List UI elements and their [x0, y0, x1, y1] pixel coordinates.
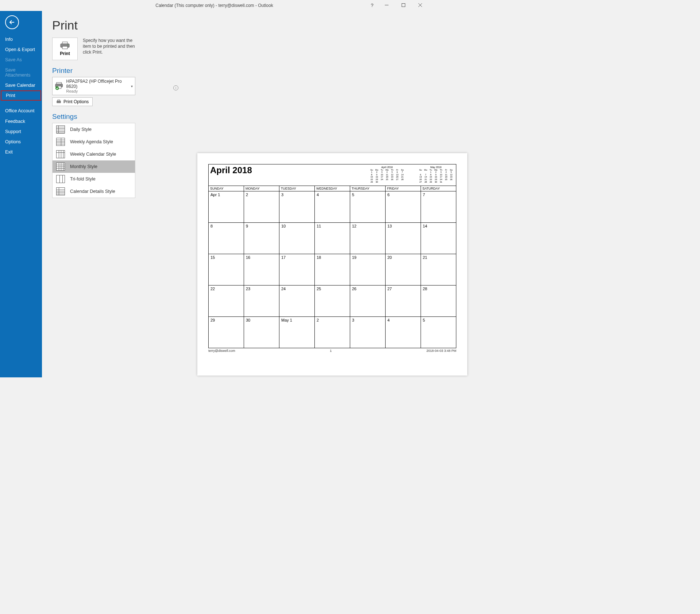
sidebar-item-info[interactable]: Info [0, 34, 42, 44]
svg-point-8 [67, 44, 68, 45]
svg-rect-14 [58, 100, 60, 101]
calendar-cell: 8 [209, 223, 244, 254]
calendar-cell: 6 [386, 191, 421, 223]
calendar-cell: Apr 1 [209, 191, 244, 223]
preview-footer-email: terry@diswell.com [208, 349, 235, 353]
maximize-button[interactable] [395, 0, 412, 10]
print-preview: April 2018 April 2018SuMoTuWeThFrSa12345… [197, 153, 467, 376]
minimize-button[interactable] [378, 0, 395, 10]
calendar-cell: 4 [386, 317, 421, 348]
print-button-label: Print [60, 51, 70, 56]
page-title: Print [52, 18, 420, 32]
calendar-cell: 3 [279, 191, 315, 223]
sidebar-item-options[interactable]: Options [0, 137, 42, 147]
print-button[interactable]: Print [52, 38, 78, 60]
calendar-cell: 29 [209, 317, 244, 348]
printer-info-icon[interactable]: i [173, 85, 178, 90]
calendar-cell: 26 [350, 285, 386, 317]
print-style-weekly-calendar-style[interactable]: Weekly Calendar Style [53, 148, 135, 160]
print-style-weekly-agenda-style[interactable]: Weekly Agenda Style [53, 136, 135, 148]
calendar-cell: 16 [244, 254, 279, 285]
print-style-calendar-details-style[interactable]: Calendar Details Style [53, 185, 135, 198]
printer-icon [60, 42, 70, 50]
calendar-cell: 22 [209, 285, 244, 317]
calendar-cell: 27 [386, 285, 421, 317]
calendar-cell: 2 [244, 191, 279, 223]
calendar-cell: 11 [315, 223, 350, 254]
preview-month-title: April 2018 [210, 165, 252, 175]
calendar-cell: 14 [421, 223, 456, 254]
sidebar-item-save-calendar[interactable]: Save Calendar [0, 80, 42, 90]
calendar-cell: 12 [350, 223, 386, 254]
calendar-cell: 9 [244, 223, 279, 254]
calendar-cell: 10 [279, 223, 315, 254]
svg-point-12 [55, 86, 59, 90]
calendar-cell: 19 [350, 254, 386, 285]
calendar-cell: 20 [386, 254, 421, 285]
settings-heading: Settings [52, 113, 420, 121]
svg-rect-7 [62, 46, 67, 49]
calendar-cell: 2 [315, 317, 350, 348]
content-area: Print Print Specify how you want the ite… [42, 11, 429, 377]
preview-calendar-grid: Apr 123456789101112131415161718192021222… [208, 191, 456, 348]
calendar-cell: 23 [244, 285, 279, 317]
sidebar-item-save-attachments: Save Attachments [0, 65, 42, 80]
calendar-cell: 3 [350, 317, 386, 348]
calendar-cell: 18 [315, 254, 350, 285]
printer-name: HPA2F9A2 (HP Officejet Pro 8620) [66, 79, 133, 89]
print-style-daily-style[interactable]: Daily Style [53, 123, 135, 136]
calendar-cell: 15 [209, 254, 244, 285]
calendar-cell: 4 [315, 191, 350, 223]
sidebar-item-feedback[interactable]: Feedback [0, 116, 42, 127]
calendar-cell: 21 [421, 254, 456, 285]
calendar-cell: 24 [279, 285, 315, 317]
sidebar-item-office-account[interactable]: Office Account [0, 106, 42, 116]
printer-status: Ready [66, 89, 133, 93]
svg-rect-13 [57, 101, 61, 103]
calendar-cell: 25 [315, 285, 350, 317]
print-style-tri-fold-style[interactable]: Tri-fold Style [53, 173, 135, 185]
calendar-cell: 5 [350, 191, 386, 223]
chevron-down-icon: ▾ [131, 84, 133, 88]
mini-calendar-next: May 2018SuMoTuWeThFrSa123456789101112131… [418, 166, 454, 183]
printer-ready-icon [55, 82, 63, 90]
sidebar-item-save-as: Save As [0, 55, 42, 65]
preview-footer-timestamp: 2018-04-03 3:48 PM [426, 349, 456, 353]
sidebar-item-open-export[interactable]: Open & Export [0, 44, 42, 55]
sidebar-item-exit[interactable]: Exit [0, 147, 42, 157]
titlebar: Calendar (This computer only) - terry@di… [0, 0, 429, 11]
sidebar-item-support[interactable]: Support [0, 127, 42, 137]
svg-rect-1 [402, 4, 405, 7]
printer-selector[interactable]: HPA2F9A2 (HP Officejet Pro 8620) Ready ▾ [52, 77, 135, 95]
print-style-list: Daily StyleWeekly Agenda StyleWeekly Cal… [52, 123, 135, 198]
preview-dow-header: SUNDAYMONDAYTUESDAYWEDNESDAYTHURSDAYFRID… [208, 186, 456, 191]
mini-calendar-current: April 2018SuMoTuWeThFrSa1234567891011121… [369, 166, 405, 183]
preview-header: April 2018 April 2018SuMoTuWeThFrSa12345… [208, 164, 456, 186]
preview-footer: terry@diswell.com 1 2018-04-03 3:48 PM [208, 349, 456, 353]
sidebar-item-print[interactable]: Print [1, 90, 41, 101]
print-options-button[interactable]: Print Options [52, 97, 93, 106]
window-title: Calendar (This computer only) - terry@di… [155, 3, 273, 8]
print-help-text: Specify how you want the item to be prin… [83, 38, 138, 60]
help-button[interactable]: ? [366, 0, 378, 10]
calendar-cell: May 1 [279, 317, 315, 348]
calendar-cell: 17 [279, 254, 315, 285]
calendar-cell: 5 [421, 317, 456, 348]
close-button[interactable] [412, 0, 429, 10]
calendar-cell: 7 [421, 191, 456, 223]
backstage-sidebar: InfoOpen & ExportSave AsSave Attachments… [0, 11, 42, 377]
arrow-left-icon [9, 19, 15, 26]
print-style-monthly-style[interactable]: Monthly Style [53, 160, 135, 173]
calendar-cell: 30 [244, 317, 279, 348]
back-button[interactable] [5, 15, 19, 29]
calendar-cell: 13 [386, 223, 421, 254]
print-options-icon [56, 100, 61, 104]
printer-heading: Printer [52, 67, 420, 75]
preview-footer-page: 1 [330, 349, 332, 353]
calendar-cell: 28 [421, 285, 456, 317]
